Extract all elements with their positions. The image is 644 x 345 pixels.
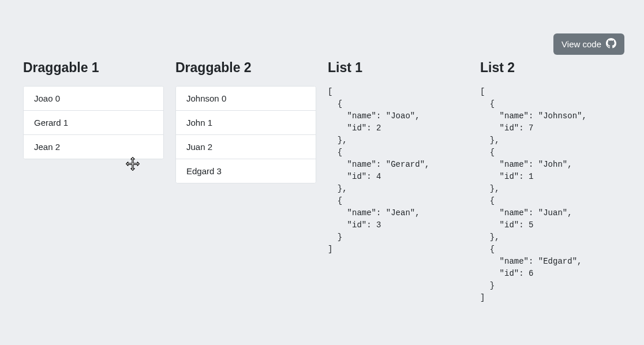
list2-json-output: [ { "name": "Johnson", "id": 7 }, { "nam… [480, 86, 621, 304]
list-item[interactable]: Jean 2 [24, 135, 163, 159]
view-code-label: View code [561, 39, 601, 49]
draggable2-list: Johnson 0 John 1 Juan 2 Edgard 3 [175, 86, 316, 183]
view-code-button[interactable]: View code [553, 33, 624, 55]
list2-title: List 2 [480, 60, 621, 76]
page-container: View code Draggable 1 Joao 0 Gerard 1 Je… [6, 6, 638, 339]
list-item[interactable]: Gerard 1 [24, 111, 163, 135]
list1-column: List 1 [ { "name": "Joao", "id": 2 }, { … [328, 60, 469, 304]
draggable1-column: Draggable 1 Joao 0 Gerard 1 Jean 2 [23, 60, 164, 304]
columns-row: Draggable 1 Joao 0 Gerard 1 Jean 2 Dragg… [6, 6, 638, 316]
list2-column: List 2 [ { "name": "Johnson", "id": 7 },… [480, 60, 621, 304]
draggable2-title: Draggable 2 [175, 60, 316, 76]
draggable2-column: Draggable 2 Johnson 0 John 1 Juan 2 Edga… [175, 60, 316, 304]
list-item[interactable]: Edgard 3 [176, 159, 316, 183]
list-item[interactable]: Juan 2 [176, 135, 316, 159]
list1-title: List 1 [328, 60, 469, 76]
list-item[interactable]: Johnson 0 [176, 87, 316, 111]
github-icon [606, 38, 616, 50]
list1-json-output: [ { "name": "Joao", "id": 2 }, { "name":… [328, 86, 469, 256]
draggable1-title: Draggable 1 [23, 60, 164, 76]
list-item[interactable]: Joao 0 [24, 87, 163, 111]
draggable1-list: Joao 0 Gerard 1 Jean 2 [23, 86, 164, 159]
list-item[interactable]: John 1 [176, 111, 316, 135]
